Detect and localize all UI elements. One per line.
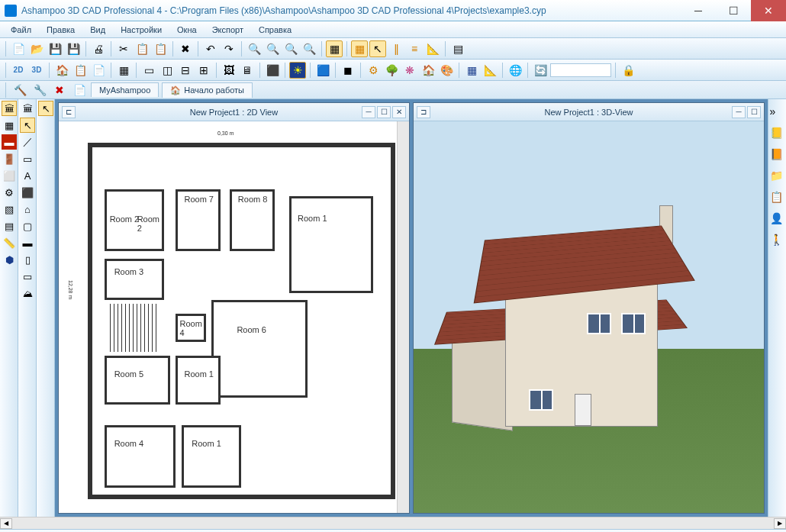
- new-icon[interactable]: 📄: [10, 40, 27, 57]
- undo-icon[interactable]: ↶: [202, 40, 219, 57]
- view-icon-1[interactable]: 🏠: [53, 62, 70, 79]
- beam-icon[interactable]: ▬: [20, 235, 35, 250]
- tool-icon-a[interactable]: ⚙: [365, 62, 382, 79]
- hammer-icon[interactable]: 🔨: [11, 82, 28, 98]
- view-menu-icon[interactable]: ⊐: [417, 106, 430, 118]
- menu-export[interactable]: Экспорт: [206, 24, 250, 36]
- person-icon[interactable]: 👤: [770, 212, 785, 227]
- scrollbar-v[interactable]: [397, 121, 409, 513]
- scroll-track[interactable]: [12, 518, 774, 529]
- mode-2d[interactable]: 2D: [10, 62, 27, 79]
- view-min-icon[interactable]: ─: [362, 106, 375, 118]
- scrollbar-bottom[interactable]: ◀ ▶: [0, 517, 786, 529]
- grid-icon[interactable]: ▦: [326, 40, 343, 57]
- snap-v-icon[interactable]: ‖: [388, 40, 404, 57]
- zoom-in-icon[interactable]: 🔍: [246, 40, 263, 57]
- catalog2-icon[interactable]: 📙: [770, 148, 785, 163]
- room-icon[interactable]: ▢: [20, 218, 35, 234]
- zoom-out-icon[interactable]: 🔍: [264, 40, 281, 57]
- close-button[interactable]: ✕: [751, 0, 786, 21]
- view-icon-3[interactable]: 📄: [90, 62, 107, 79]
- window-quad-icon[interactable]: ⊞: [195, 62, 212, 79]
- view-2d-canvas[interactable]: 0,30 m 0,30 m 0,30 m 0,30 m 0,30 m 12,28…: [59, 121, 409, 513]
- layer-select[interactable]: [550, 63, 611, 77]
- terrain-icon[interactable]: ⛰: [20, 285, 35, 301]
- save-icon[interactable]: 💾: [47, 40, 63, 57]
- doc-icon[interactable]: 📄: [71, 82, 88, 98]
- globe-icon[interactable]: 🌐: [507, 62, 523, 79]
- zoom-fit-icon[interactable]: 🔍: [282, 40, 299, 57]
- scroll-right-icon[interactable]: ▶: [774, 518, 786, 529]
- delete-icon[interactable]: ✖: [177, 40, 194, 57]
- tool-icon-f[interactable]: ▦: [463, 62, 480, 79]
- view-3d-canvas[interactable]: [414, 121, 764, 513]
- menu-view[interactable]: Вид: [84, 24, 111, 36]
- shape-icon[interactable]: ⬢: [2, 252, 17, 267]
- window-icon[interactable]: ⬜: [2, 168, 17, 183]
- 3d-icon[interactable]: ⬛: [20, 185, 35, 200]
- close-tab-icon[interactable]: ✖: [51, 82, 68, 98]
- texture-icon[interactable]: ▧: [2, 202, 17, 217]
- rect-icon[interactable]: ▭: [20, 151, 35, 166]
- tool-icon-c[interactable]: ❋: [401, 62, 418, 79]
- tool-icon-e[interactable]: 🎨: [438, 62, 455, 79]
- mode-3d[interactable]: 3D: [28, 62, 45, 79]
- catalog-icon[interactable]: 📒: [770, 127, 785, 142]
- color-icon[interactable]: 🟦: [314, 62, 331, 79]
- view-icon-2[interactable]: 📋: [72, 62, 89, 79]
- image-icon[interactable]: 🖼: [221, 62, 237, 79]
- maximize-button[interactable]: ☐: [716, 0, 751, 21]
- view-max-icon[interactable]: ☐: [377, 106, 391, 118]
- redo-icon[interactable]: ↷: [221, 40, 237, 57]
- grid-layout-icon[interactable]: ▦: [115, 62, 132, 79]
- print-icon[interactable]: 🖨: [90, 40, 107, 57]
- tab-myashampoo[interactable]: MyAshampoo: [91, 82, 159, 97]
- pointer-icon[interactable]: ↖: [38, 101, 53, 116]
- snap-h-icon[interactable]: ≡: [406, 40, 423, 57]
- cut-icon[interactable]: ✂: [115, 40, 132, 57]
- paste-icon[interactable]: 📋: [152, 40, 169, 57]
- material-icon[interactable]: ◼: [340, 62, 356, 79]
- grid-tool-icon[interactable]: ▦: [2, 118, 17, 133]
- open-icon[interactable]: 📂: [28, 40, 45, 57]
- lock-icon[interactable]: 🔒: [620, 62, 636, 79]
- ruler-icon[interactable]: 📏: [2, 235, 17, 250]
- clipboard-icon[interactable]: 📋: [770, 191, 785, 206]
- building2-icon[interactable]: 🏛: [20, 101, 35, 116]
- expand-icon[interactable]: »: [770, 105, 785, 121]
- column-icon[interactable]: ▯: [20, 252, 35, 267]
- stairs-icon[interactable]: ▤: [2, 218, 17, 234]
- refresh-icon[interactable]: 🔄: [532, 62, 549, 79]
- menu-help[interactable]: Справка: [253, 24, 298, 36]
- gear-icon[interactable]: ⚙: [2, 185, 17, 200]
- window-h-icon[interactable]: ⊟: [177, 62, 194, 79]
- menu-settings[interactable]: Настройки: [114, 24, 168, 36]
- view-min-icon[interactable]: ─: [732, 106, 746, 118]
- view-menu-icon[interactable]: ⊏: [62, 106, 76, 118]
- view-max-icon[interactable]: ☐: [747, 106, 761, 118]
- cube-icon[interactable]: ⬛: [264, 62, 281, 79]
- door-icon[interactable]: 🚪: [2, 151, 17, 166]
- scroll-left-icon[interactable]: ◀: [0, 518, 12, 529]
- window-v-icon[interactable]: ◫: [159, 62, 176, 79]
- tool-icon-g[interactable]: 📐: [482, 62, 498, 79]
- saveas-icon[interactable]: 💾: [65, 40, 82, 57]
- minimize-button[interactable]: ─: [681, 0, 716, 21]
- slab-icon[interactable]: ▭: [20, 269, 35, 284]
- tool-icon-d[interactable]: 🏠: [420, 62, 436, 79]
- menu-windows[interactable]: Окна: [171, 24, 203, 36]
- line-icon[interactable]: ／: [20, 134, 35, 150]
- copy-icon[interactable]: 📋: [134, 40, 150, 57]
- menu-file[interactable]: Файл: [5, 24, 37, 36]
- folder-icon[interactable]: 📁: [770, 169, 785, 185]
- text-icon[interactable]: A: [20, 168, 35, 183]
- layer-icon[interactable]: ▤: [449, 40, 466, 57]
- person2-icon[interactable]: 🚶: [770, 234, 785, 249]
- snap-grid-icon[interactable]: ▦: [351, 40, 368, 57]
- tab-getting-started[interactable]: 🏠 Начало работы: [162, 82, 253, 98]
- wall-icon[interactable]: ▬: [2, 134, 17, 150]
- menu-edit[interactable]: Правка: [40, 24, 81, 36]
- snap-angle-icon[interactable]: 📐: [424, 40, 441, 57]
- window-tile-icon[interactable]: ▭: [140, 62, 157, 79]
- wrench-icon[interactable]: 🔧: [31, 82, 48, 98]
